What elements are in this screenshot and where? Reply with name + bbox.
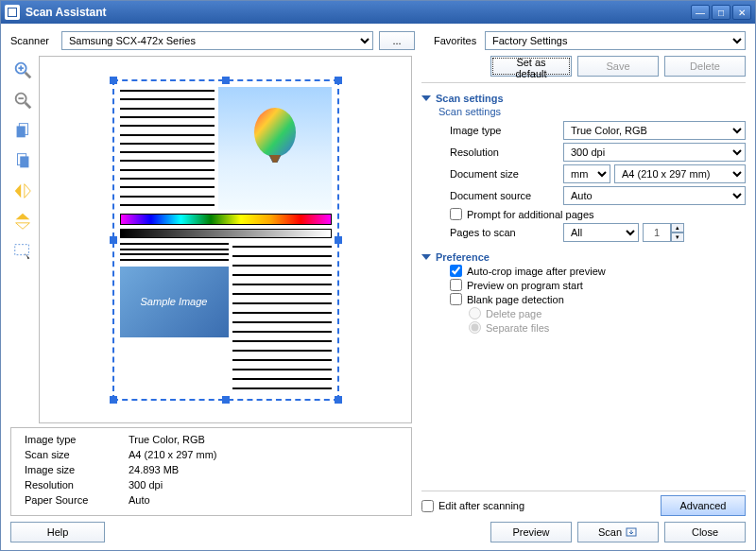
scan-icon [625,525,638,539]
separate-files-radio [469,321,481,334]
zoom-out-button[interactable] [10,88,35,112]
document-source-label: Document source [450,190,563,201]
scan-button[interactable]: Scan [577,522,659,542]
pages-to-scan-select[interactable]: All [563,223,639,242]
svg-marker-11 [15,184,21,198]
selection-icon [12,241,33,262]
delete-favorite-button[interactable]: Delete [664,56,746,77]
pages-to-scan-label: Pages to scan [450,227,563,238]
flip-vertical-icon [12,211,33,232]
edit-after-label: Edit after scanning [438,500,524,511]
zoom-in-button[interactable] [10,58,35,82]
svg-rect-7 [17,126,26,137]
resolution-select[interactable]: 300 dpi [563,143,746,162]
preference-header[interactable]: Preference [421,251,746,263]
rotate-left-icon [12,120,33,141]
svg-rect-9 [20,156,28,167]
preview-button[interactable]: Preview [490,522,572,542]
save-favorite-button[interactable]: Save [577,56,659,77]
selection-button[interactable] [10,239,35,264]
sample-image-text: Sample Image [141,296,208,307]
scanner-browse-button[interactable]: ... [379,31,415,50]
scan-settings-subheader: Scan settings [438,106,746,117]
svg-marker-13 [16,214,30,219]
rotate-right-icon [12,150,33,171]
delete-page-radio [469,307,481,319]
flip-vertical-button[interactable] [10,209,35,233]
document-source-select[interactable]: Auto [563,186,746,205]
delete-page-label: Delete page [486,308,541,319]
color-strip [120,214,332,225]
resolution-label: Resolution [450,146,563,158]
meta-image-size-value: 24.893 MB [129,464,179,479]
svg-point-16 [254,108,296,157]
meta-resolution-value: 300 dpi [129,479,163,494]
preview-metadata: Image typeTrue Color, RGB Scan sizeA4 (2… [10,427,412,516]
meta-scan-size-label: Scan size [25,449,129,464]
preview-selection[interactable]: Sample Image [112,79,339,401]
meta-image-type-label: Image type [25,434,129,449]
test-lines [120,87,215,210]
flip-horizontal-button[interactable] [10,179,35,203]
preview-start-checkbox[interactable] [450,279,462,291]
app-window: Scan Assistant — □ ✕ Scanner Samsung SCX… [0,0,756,551]
sample-balloon-image [218,87,332,210]
scan-settings-header[interactable]: Scan settings [421,93,746,104]
image-type-select[interactable]: True Color, RGB [563,121,746,140]
advanced-button[interactable]: Advanced [661,495,746,516]
rotate-left-button[interactable] [10,118,35,143]
pages-down-button[interactable]: ▾ [671,232,684,242]
scanner-label: Scanner [10,35,56,46]
gray-strip [120,229,332,238]
meta-image-size-label: Image size [25,464,129,479]
blank-detection-checkbox[interactable] [450,293,462,305]
favorites-select[interactable]: Factory Settings [485,31,746,50]
pages-count-stepper[interactable]: ▴▾ [643,223,684,242]
blank-detection-label: Blank page detection [467,294,564,305]
favorites-label: Favorites [434,35,479,46]
zoom-out-icon [12,90,33,111]
preview-toolbar [10,56,39,423]
prompt-pages-checkbox[interactable] [450,208,462,220]
document-size-label: Document size [450,168,563,180]
meta-paper-source-label: Paper Source [25,494,129,509]
app-icon [5,5,20,20]
test-lines-2 [232,242,332,393]
svg-marker-12 [25,184,30,198]
meta-paper-source-value: Auto [129,494,150,509]
close-button[interactable]: Close [664,522,746,542]
pages-count-input [643,223,671,242]
meta-image-type-value: True Color, RGB [129,434,205,449]
separate-files-label: Separate files [486,322,549,334]
document-size-select[interactable]: A4 (210 x 297 mm) [614,164,746,183]
help-button[interactable]: Help [10,522,105,542]
sample-image-box: Sample Image [120,267,229,337]
minimize-button[interactable]: — [691,5,710,20]
close-window-button[interactable]: ✕ [732,5,751,20]
meta-resolution-label: Resolution [25,479,129,494]
autocrop-label: Auto-crop image after preview [467,266,606,277]
scanner-select[interactable]: Samsung SCX-472x Series [61,31,373,50]
window-title: Scan Assistant [26,6,691,19]
svg-marker-14 [16,223,30,229]
set-as-default-button[interactable]: Set as default [490,56,572,77]
flip-horizontal-icon [12,181,33,201]
svg-line-1 [26,73,31,78]
preview-pane[interactable]: Sample Image [39,56,412,423]
autocrop-checkbox[interactable] [450,265,462,277]
meta-scan-size-value: A4 (210 x 297 mm) [129,449,217,464]
rotate-right-button[interactable] [10,148,35,173]
chevron-down-icon [421,254,431,260]
document-size-unit-select[interactable]: mm [563,164,610,183]
titlebar: Scan Assistant — □ ✕ [1,1,755,24]
image-type-label: Image type [450,125,563,136]
edit-after-checkbox[interactable] [421,500,434,512]
svg-rect-15 [15,245,29,255]
pages-up-button[interactable]: ▴ [671,223,684,232]
svg-line-5 [26,103,31,109]
preview-start-label: Preview on program start [467,280,583,291]
zoom-in-icon [12,60,33,80]
maximize-button[interactable]: □ [712,5,730,20]
prompt-pages-label: Prompt for additional pages [467,209,594,220]
chevron-down-icon [421,95,431,101]
